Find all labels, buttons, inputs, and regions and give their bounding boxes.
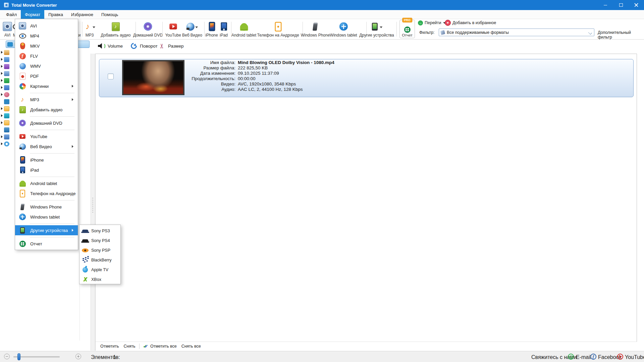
toolbar-other-devices[interactable]: Другие устройства <box>359 20 394 38</box>
submenu-item-sony-ps4[interactable]: Sony PS4 <box>79 236 120 245</box>
add-favorite-button[interactable]: Добавить в избранное <box>445 20 496 26</box>
menu-item-other-devices[interactable]: Другие устройства <box>15 225 78 235</box>
menu-item-android-tablet[interactable]: Android tablet <box>15 178 78 188</box>
uncheck-button[interactable]: Снять <box>124 344 136 349</box>
menu-favorites[interactable]: Избранное <box>67 10 97 19</box>
tree-item-images[interactable] <box>1 84 9 90</box>
zoom-in-button[interactable] <box>75 354 81 359</box>
menu-item-wmv[interactable]: WMV <box>15 61 78 71</box>
menu-item-mkv[interactable]: MKV <box>15 41 78 51</box>
menu-item-report[interactable]: Отчет <box>15 239 78 249</box>
tree-item-music[interactable] <box>1 92 9 98</box>
web-video-icon <box>185 22 195 31</box>
maximize-button[interactable] <box>613 0 629 10</box>
submenu-item-apple-tv[interactable]: Apple TV <box>79 265 120 275</box>
submenu-item-sony-ps3[interactable]: Sony PS3 <box>79 226 120 236</box>
menu-item-mp4[interactable]: MP4 <box>15 31 78 41</box>
youtube-icon[interactable] <box>617 354 623 360</box>
submenu-item-sony-psp[interactable]: Sony PSP <box>79 245 120 255</box>
volume-button[interactable]: Volume <box>98 42 123 50</box>
menu-item-android-phone[interactable]: Телефон на Андроиде <box>15 188 78 198</box>
toolbar-android-tablet[interactable]: Android tablet <box>231 20 256 38</box>
tree-item-computer[interactable] <box>1 113 9 119</box>
menu-item-windows-tablet[interactable]: Windows tablet <box>15 212 78 222</box>
tree-item-pictures[interactable] <box>1 56 9 62</box>
tree-item-folder[interactable] <box>1 120 9 126</box>
toolbar-home-dvd[interactable]: Домашний DVD <box>133 20 163 38</box>
tree-item-videos[interactable] <box>1 63 9 69</box>
menu-help[interactable]: Помощь <box>97 10 122 19</box>
resize-button[interactable]: Размер <box>158 42 183 50</box>
facebook-icon[interactable]: f <box>590 354 596 360</box>
menu-item-flv[interactable]: FLV <box>15 51 78 61</box>
menu-item-ipad[interactable]: iPad <box>15 165 78 175</box>
tree-item-sync[interactable] <box>1 141 9 147</box>
zoom-slider-handle[interactable] <box>17 353 20 360</box>
expand-arrow-icon[interactable] <box>1 142 3 145</box>
expand-arrow-icon[interactable] <box>1 72 3 75</box>
extra-filter-link[interactable]: Дополнительный фильтр <box>598 30 644 40</box>
panel-splitter[interactable] <box>91 54 95 351</box>
toolbar-windows-phone[interactable]: Windows Phone <box>301 20 330 38</box>
zoom-out-button[interactable] <box>4 354 10 359</box>
file-checkbox[interactable] <box>108 73 114 79</box>
menu-item-youtube[interactable]: YouTube <box>15 131 78 141</box>
toolbar-windows-tablet[interactable]: Windows tablet <box>330 20 357 38</box>
email-icon[interactable]: @ <box>568 354 574 360</box>
tree-item-documents[interactable] <box>1 70 9 76</box>
menu-item-pictures[interactable]: Картинки <box>15 81 78 91</box>
menu-item-add-audio[interactable]: Добавить аудио <box>15 105 78 115</box>
uncheck-all-button[interactable]: Снять все <box>181 344 201 349</box>
toolbar-avi[interactable]: AVI <box>4 20 11 38</box>
expand-arrow-icon[interactable] <box>1 93 3 96</box>
sidebar-scrollbar[interactable] <box>79 50 80 341</box>
youtube-link[interactable]: YouTube <box>625 354 644 360</box>
menu-format[interactable]: Формат <box>21 10 44 19</box>
menu-item-mp3[interactable]: MP3 <box>15 95 78 105</box>
go-button[interactable]: Перейти <box>418 20 446 25</box>
tree-item-home[interactable] <box>1 49 9 55</box>
expand-arrow-icon[interactable] <box>1 79 3 82</box>
window-controls <box>598 0 644 10</box>
toolbar-ipad[interactable]: iPad <box>220 20 228 38</box>
filter-combobox[interactable]: Все поддерживаемые форматы <box>439 28 594 36</box>
expand-arrow-icon[interactable] <box>1 114 3 117</box>
menu-item-web-video[interactable]: Веб Видео <box>15 141 78 152</box>
menu-item-iphone[interactable]: iPhone <box>15 155 78 165</box>
expand-arrow-icon[interactable] <box>1 107 3 110</box>
apple-tv-icon <box>82 266 89 274</box>
rotate-button[interactable]: Поворот <box>130 42 158 50</box>
minimize-button[interactable] <box>598 0 613 10</box>
email-link[interactable]: E-mail <box>576 354 591 360</box>
toolbar-youtube[interactable]: YouTube <box>165 20 181 38</box>
submenu-item-blackberry[interactable]: BlackBerry <box>79 255 120 265</box>
toolbar-web-video[interactable]: Веб Видео <box>182 20 202 38</box>
menu-item-avi[interactable]: AVI <box>15 21 78 31</box>
expand-arrow-icon[interactable] <box>1 135 3 138</box>
toolbar-android-phone[interactable]: Телефон на Андроиде <box>257 20 299 38</box>
tree-item-folder[interactable] <box>1 106 9 112</box>
close-button[interactable] <box>629 0 644 10</box>
toolbar-iphone[interactable]: iPhone <box>205 20 218 38</box>
menu-edit[interactable]: Правка <box>44 10 67 19</box>
check-button[interactable]: Отметить <box>100 344 119 349</box>
tree-item-media[interactable] <box>1 134 9 140</box>
expand-arrow-icon[interactable] <box>1 58 3 61</box>
toolbar-report[interactable]: PRO Отчет <box>399 20 415 38</box>
expand-arrow-icon[interactable] <box>1 121 3 124</box>
tree-item-downloads[interactable] <box>1 77 9 83</box>
menu-file[interactable]: Файл <box>2 10 21 19</box>
expand-arrow-icon[interactable] <box>1 51 3 54</box>
expand-arrow-icon[interactable] <box>1 65 3 68</box>
menu-item-windows-phone[interactable]: Windows Phone <box>15 202 78 212</box>
expand-arrow-icon[interactable] <box>1 86 3 89</box>
toolbar-add-audio[interactable]: Добавить аудио <box>101 20 131 38</box>
tree-item-clips[interactable] <box>1 99 9 105</box>
menu-item-pdf[interactable]: PDF <box>15 71 78 81</box>
check-all-button[interactable]: Отметить все <box>150 344 177 349</box>
tree-item-network[interactable] <box>1 127 9 133</box>
menu-item-home-dvd[interactable]: Домашний DVD <box>15 118 78 128</box>
toolbar-mp3[interactable]: MP3 <box>84 20 95 38</box>
submenu-item-xbox[interactable]: XBox <box>79 275 120 284</box>
downloads-icon <box>4 78 9 83</box>
